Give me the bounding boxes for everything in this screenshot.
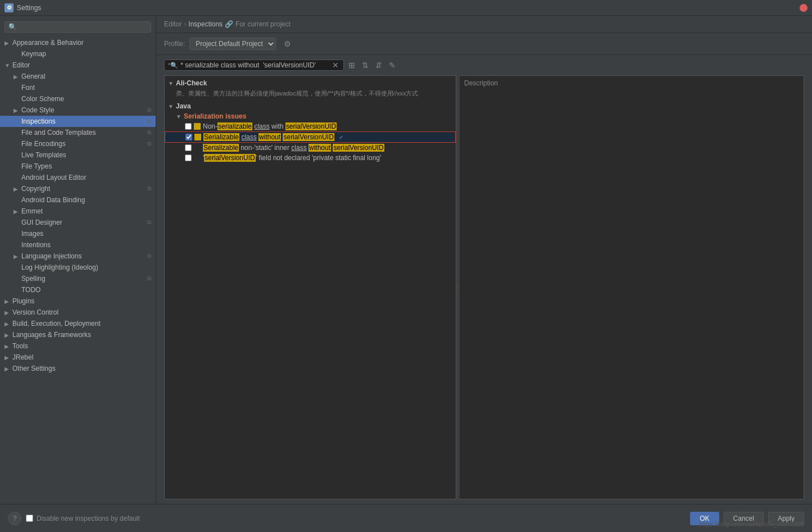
sidebar-item-file-types[interactable]: File Types <box>0 161 156 172</box>
sidebar-label-color-scheme: Color Scheme <box>21 95 64 103</box>
chevron-copyright <box>13 186 19 192</box>
search-icon: 🔍 <box>8 23 17 31</box>
color-box-serializable-without <box>194 134 201 140</box>
sidebar-item-inspections[interactable]: Inspections⧉ <box>0 116 156 127</box>
sidebar-search-input[interactable] <box>19 23 147 31</box>
sidebar-item-intentions[interactable]: Intentions <box>0 239 156 251</box>
non-static-inner-label: Serializable non-'static' inner class wi… <box>203 144 384 152</box>
chevron-languages <box>4 332 10 338</box>
help-button[interactable]: ? <box>8 512 21 525</box>
sidebar-item-tools[interactable]: Tools <box>0 340 156 352</box>
color-box-non-serializable <box>194 123 201 130</box>
filter-clear-button[interactable]: ✕ <box>331 61 340 69</box>
sidebar-item-todo[interactable]: TODO <box>0 284 156 295</box>
chevron-ali-check <box>168 80 174 87</box>
sidebar-item-android-data[interactable]: Android Data Binding <box>0 194 156 206</box>
filter-input[interactable] <box>180 61 329 69</box>
sidebar-item-file-encodings[interactable]: File Encodings⧉ <box>0 138 156 149</box>
copy-icon-code-style: ⧉ <box>147 107 151 113</box>
description-panel: Description <box>460 75 804 499</box>
sidebar-item-gui-designer[interactable]: GUI Designer⧉ <box>0 217 156 228</box>
filter-funnel-button[interactable]: ⊞ <box>346 60 357 71</box>
profile-label: Profile: <box>164 40 185 48</box>
sidebar-item-color-scheme[interactable]: Color Scheme <box>0 93 156 104</box>
disable-new-inspections-checkbox[interactable] <box>26 515 33 522</box>
chevron-build-execution <box>4 321 10 327</box>
sidebar-item-other-settings[interactable]: Other Settings <box>0 363 156 374</box>
serialization-label: Serialization issues <box>184 112 246 120</box>
ali-check-desc: 类、类属性、类方法的注释必须使用javadoc规范，使用/**内容*/格式，不得… <box>176 89 418 98</box>
close-button[interactable] <box>800 4 808 12</box>
tree-item-ali-check[interactable]: Ali-Check <box>165 78 456 88</box>
filter-expand-button[interactable]: ⇅ <box>360 60 371 71</box>
filter-edit-button[interactable]: ✎ <box>387 60 398 71</box>
sidebar-item-file-code-templates[interactable]: File and Code Templates⧉ <box>0 127 156 138</box>
tree-item-java[interactable]: Java <box>165 101 456 111</box>
tree-panel[interactable]: Ali-Check 类、类属性、类方法的注释必须使用javadoc规范，使用/*… <box>164 75 456 499</box>
color-box-empty1 <box>194 144 201 151</box>
sidebar-label-todo: TODO <box>21 286 40 294</box>
chevron-general <box>13 74 19 80</box>
profile-bar: Profile: Project Default Project ⚙ <box>156 33 812 55</box>
checkbox-non-serializable[interactable] <box>185 123 192 130</box>
checkbox-serializable-without[interactable] <box>185 134 192 140</box>
sidebar-label-file-types: File Types <box>21 162 52 170</box>
dialog-buttons: OK Cancel Apply <box>690 512 804 525</box>
ali-check-label: Ali-Check <box>176 79 207 87</box>
sidebar-label-editor: Editor <box>12 61 30 69</box>
tree-item-serial-version-field[interactable]: 'serialVersionUID' field not declared 'p… <box>165 153 456 163</box>
sidebar-label-jrebel: JRebel <box>12 353 33 361</box>
tree-item-serialization[interactable]: Serialization issues <box>165 111 456 121</box>
sidebar-item-spelling[interactable]: Spelling⧉ <box>0 273 156 284</box>
tree-item-serializable-without[interactable]: Serializable class without serialVersion… <box>165 131 456 143</box>
cancel-button[interactable]: Cancel <box>724 512 764 525</box>
checkbox-serial-version-field[interactable] <box>185 154 192 161</box>
sidebar-item-jrebel[interactable]: JRebel <box>0 352 156 363</box>
sidebar-label-general: General <box>21 72 46 80</box>
sidebar-label-live-templates: Live Templates <box>21 151 66 159</box>
serializable-without-label: Serializable class without serialVersion… <box>203 133 334 141</box>
sidebar-label-code-style: Code Style <box>21 106 55 114</box>
sidebar-item-build-execution[interactable]: Build, Execution, Deployment <box>0 318 156 329</box>
sidebar-label-copyright: Copyright <box>21 185 50 193</box>
tree-item-non-serializable[interactable]: Non-serializable class with serialVersio… <box>165 121 456 131</box>
sidebar-item-general[interactable]: General <box>0 71 156 82</box>
sidebar-item-languages[interactable]: Languages & Frameworks <box>0 329 156 340</box>
breadcrumb-editor: Editor <box>164 20 182 28</box>
sidebar-item-emmet[interactable]: Emmet <box>0 206 156 217</box>
sidebar-search-box: 🔍 <box>4 21 151 33</box>
filter-input-wrap: *🔍 ✕ <box>164 60 344 71</box>
chevron-appearance <box>4 40 10 46</box>
tree-item-ali-desc[interactable]: 类、类属性、类方法的注释必须使用javadoc规范，使用/**内容*/格式，不得… <box>165 88 446 99</box>
copy-icon-file-encodings: ⧉ <box>147 140 151 147</box>
sidebar-label-plugins: Plugins <box>12 297 34 305</box>
sidebar-item-editor[interactable]: Editor <box>0 60 156 71</box>
sidebar-item-version-control[interactable]: Version Control <box>0 307 156 318</box>
ok-button[interactable]: OK <box>690 512 719 525</box>
sidebar-item-appearance[interactable]: Appearance & Behavior <box>0 37 156 48</box>
sidebar-item-language-injections[interactable]: Language Injections⧉ <box>0 251 156 262</box>
breadcrumb-project: For current project <box>235 20 291 28</box>
checkbox-non-static-inner[interactable] <box>185 144 192 151</box>
profile-gear-button[interactable]: ⚙ <box>283 38 292 49</box>
profile-select[interactable]: Project Default Project <box>189 38 276 50</box>
main-layout: 🔍 Appearance & BehaviorKeymapEditorGener… <box>0 16 812 504</box>
filter-collapse-button[interactable]: ⇵ <box>373 60 384 71</box>
sidebar-item-copyright[interactable]: Copyright⧉ <box>0 183 156 194</box>
sidebar-item-android-layout[interactable]: Android Layout Editor <box>0 172 156 183</box>
sidebar: 🔍 Appearance & BehaviorKeymapEditorGener… <box>0 16 156 504</box>
sidebar-item-log-highlighting[interactable]: Log Highlighting (Ideolog) <box>0 262 156 273</box>
filter-bar: *🔍 ✕ ⊞ ⇅ ⇵ ✎ <box>164 60 804 71</box>
sidebar-item-code-style[interactable]: Code Style⧉ <box>0 104 156 116</box>
split-panel: Ali-Check 类、类属性、类方法的注释必须使用javadoc规范，使用/*… <box>164 75 804 499</box>
sidebar-item-images[interactable]: Images <box>0 228 156 239</box>
sidebar-label-tools: Tools <box>12 342 28 350</box>
sidebar-label-android-data: Android Data Binding <box>21 196 85 204</box>
tree-item-non-static-inner[interactable]: Serializable non-'static' inner class wi… <box>165 143 456 153</box>
sidebar-item-live-templates[interactable]: Live Templates <box>0 149 156 161</box>
sidebar-item-font[interactable]: Font <box>0 82 156 93</box>
sidebar-item-plugins[interactable]: Plugins <box>0 295 156 307</box>
title-bar: ⚙ Settings <box>0 0 812 16</box>
apply-button[interactable]: Apply <box>768 512 804 525</box>
sidebar-item-keymap[interactable]: Keymap <box>0 48 156 60</box>
